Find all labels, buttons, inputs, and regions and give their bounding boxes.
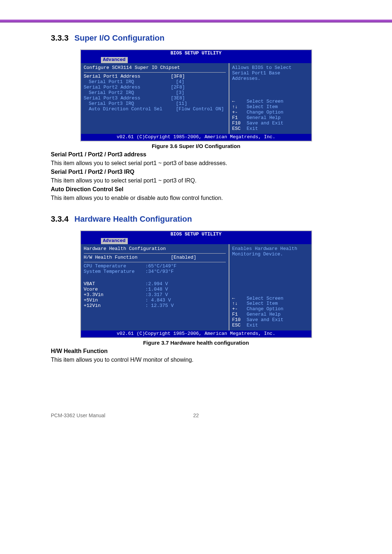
bios-tab-row: Advanced	[81, 57, 311, 63]
paragraph-heading: H/W Health Function	[51, 348, 341, 354]
bios-help-row: ↑↓Select Item	[232, 104, 309, 110]
footer-doc-title: PCM-3362 User Manual	[51, 413, 105, 418]
bios-row-label: Serial Port2 IRQ	[84, 90, 176, 96]
bios-help-text: Enables Hardware Health Monitoring Devic…	[232, 246, 309, 257]
bios-help-text: Allows BIOS to Select Serial Port1 Base …	[232, 65, 309, 82]
bios-row-label: Serial Port1 Address	[84, 74, 171, 79]
section-number: 3.3.4	[51, 214, 69, 223]
paragraph-text: This item allows you to enable or disabl…	[51, 195, 341, 201]
bios-footer-copyright: v02.61 (C)Copyright 1985-2006, American …	[81, 134, 311, 141]
bios-row-value: [3E8]	[171, 96, 185, 101]
reading-label: +12Vin	[84, 303, 146, 309]
bios-row-value: [Flow Control ON]	[176, 107, 224, 112]
section-title-text: Super I/O Configuration	[74, 33, 164, 42]
section-number: 3.3.3	[51, 33, 69, 42]
bios-row[interactable]: Serial Port3 Address [3E8]	[84, 96, 226, 101]
paragraph-text: This item allows you to select serial po…	[51, 160, 341, 167]
key-desc: Save and Exit	[247, 121, 283, 126]
key-desc: Select Screen	[247, 99, 283, 104]
section-title-text: Hardware Health Configuration	[74, 214, 192, 223]
bios-title-bar: BIOS SETUP UTILITY	[81, 50, 311, 57]
bios-left-panel: Hardware Health Configuration H/W Health…	[81, 244, 229, 331]
key-label: F10	[232, 121, 247, 126]
bios-row-label: Serial Port2 Address	[84, 85, 171, 90]
reading-label: +5Vin	[84, 298, 146, 303]
paragraph-heading: Serial Port1 / Port2 / Port3 address	[51, 151, 341, 158]
bios-help-row: ←Select Screen	[232, 99, 309, 104]
reading-label: +3.3Vin	[84, 292, 146, 298]
bios-row-label: Serial Port3 Address	[84, 96, 171, 101]
bios-help-row: F10Save and Exit	[232, 121, 309, 126]
bios-help-row: ←Select Screen	[232, 296, 309, 301]
bios-row-label: H/W Health Function	[84, 255, 171, 260]
page-footer: PCM-3362 User Manual 22	[0, 413, 392, 418]
key-label: ←	[232, 99, 247, 104]
key-label: ↑↓	[232, 104, 247, 110]
bios-row-value: [3]	[176, 90, 184, 96]
bios-reading-row: Vcore:1.048 V	[84, 287, 226, 292]
bios-row[interactable]: H/W Health Function [Enabled]	[84, 255, 226, 262]
reading-label: VBAT	[84, 282, 146, 287]
paragraph-heading: Serial Port1 / Port2 / Port3 IRQ	[51, 169, 341, 175]
section-heading-334: 3.3.4 Hardware Health Configuration	[51, 214, 341, 224]
bios-row[interactable]: Serial Port1 Address [3F8]	[84, 74, 226, 79]
key-label: F10	[232, 317, 247, 323]
key-label: ESC	[232, 126, 247, 132]
bios-right-panel: Allows BIOS to Select Serial Port1 Base …	[229, 63, 311, 134]
bios-reading-row: +12Vin: 12.375 V	[84, 303, 226, 309]
bios-screenshot-super-io: BIOS SETUP UTILITY Advanced Configure SC…	[80, 49, 312, 141]
bios-help-row: +-Change Option	[232, 307, 309, 312]
spacer	[84, 274, 226, 282]
bios-tab-advanced[interactable]: Advanced	[101, 238, 128, 244]
bios-reading-row: System Temperature:34°C/93°F	[84, 269, 226, 275]
bios-help-row: F10Save and Exit	[232, 317, 309, 323]
key-desc: General Help	[247, 115, 281, 121]
reading-value: :3.317 V	[146, 292, 168, 298]
key-label: ←	[232, 296, 247, 301]
bios-help-keys: ←Select Screen ↑↓Select Item +-Change Op…	[232, 296, 309, 329]
bios-row[interactable]: Auto Direction Control Sel [Flow Control…	[84, 107, 226, 112]
reading-label: Vcore	[84, 287, 146, 292]
bios-help-row: F1General Help	[232, 312, 309, 317]
bios-row-label: Auto Direction Control Sel	[84, 107, 176, 112]
key-label: ESC	[232, 323, 247, 328]
paragraph-heading: Auto Direction Control Sel	[51, 186, 341, 193]
bios-row-value: [4]	[176, 79, 184, 85]
bios-help-row: ↑↓Select Item	[232, 301, 309, 307]
bios-row[interactable]: Serial Port2 Address [2F8]	[84, 85, 226, 90]
bios-title-bar: BIOS SETUP UTILITY	[81, 231, 311, 238]
bios-right-panel: Enables Hardware Health Monitoring Devic…	[229, 244, 311, 331]
key-label: +-	[232, 307, 247, 312]
bios-footer-copyright: v02.61 (C)Copyright 1985-2006, American …	[81, 331, 311, 337]
bios-help-keys: ←Select Screen ↑↓Select Item +-Change Op…	[232, 99, 309, 132]
bios-left-panel: Configure SCH3114 Super IO Chipset Seria…	[81, 63, 229, 134]
key-label: F1	[232, 115, 247, 121]
key-desc: General Help	[247, 312, 281, 317]
bios-row-value: [Enabled]	[171, 255, 196, 260]
bios-reading-row: CPU Temperature:65°C/149°F	[84, 264, 226, 269]
paragraph-text: This item allows you to select serial po…	[51, 177, 341, 184]
reading-label: System Temperature	[84, 269, 146, 275]
section-heading-333: 3.3.3 Super I/O Configuration	[51, 33, 341, 43]
reading-label: CPU Temperature	[84, 264, 146, 269]
figure-caption-37: Figure 3.7 Hardware health configuration	[51, 340, 341, 346]
bios-readings-volts: VBAT:2.994 V Vcore:1.048 V +3.3Vin:3.317…	[84, 282, 226, 309]
reading-value: :2.994 V	[146, 282, 168, 287]
bios-row[interactable]: Serial Port3 IRQ [11]	[84, 101, 226, 107]
bios-help-row: F1General Help	[232, 115, 309, 121]
bios-help-row: +-Change Option	[232, 110, 309, 115]
bios-section-header: Configure SCH3114 Super IO Chipset	[84, 65, 226, 73]
bios-tab-advanced[interactable]: Advanced	[101, 57, 128, 63]
bios-row-label: Serial Port3 IRQ	[84, 101, 176, 107]
key-desc: Select Item	[247, 301, 278, 307]
key-desc: Exit	[247, 126, 258, 132]
footer-page-number: 22	[193, 413, 199, 418]
key-desc: Change Option	[247, 110, 283, 115]
key-desc: Select Screen	[247, 296, 283, 301]
bios-reading-row: +3.3Vin:3.317 V	[84, 292, 226, 298]
reading-value: :1.048 V	[146, 287, 168, 292]
bios-row-value: [3F8]	[171, 74, 185, 79]
bios-row[interactable]: Serial Port2 IRQ [3]	[84, 90, 226, 96]
bios-row[interactable]: Serial Port1 IRQ [4]	[84, 79, 226, 85]
key-desc: Change Option	[247, 307, 283, 312]
